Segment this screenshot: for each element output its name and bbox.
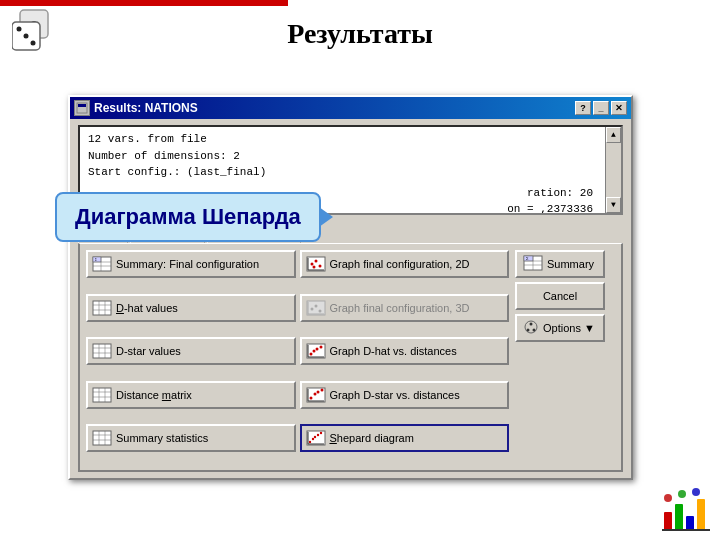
graph-d-star-button[interactable]: Graph D-star vs. distances: [300, 381, 510, 409]
svg-point-65: [316, 434, 318, 436]
svg-rect-56: [93, 431, 111, 445]
graph-final-3d-label: Graph final configuration, 3D: [330, 302, 470, 314]
graph-d-hat-label: Graph D-hat vs. distances: [330, 345, 457, 357]
options-label: Options ▼: [543, 322, 595, 334]
svg-rect-7: [78, 104, 86, 107]
svg-point-28: [314, 304, 317, 307]
svg-point-86: [692, 488, 700, 496]
distance-matrix-label: Distance matrix: [116, 389, 192, 401]
summary-statistics-button[interactable]: Summary statistics: [86, 424, 296, 452]
svg-rect-80: [675, 504, 683, 530]
svg-point-52: [316, 390, 319, 393]
output-line-2: Number of dimensions: 2: [88, 148, 613, 165]
svg-rect-26: [307, 301, 325, 315]
svg-point-18: [312, 266, 315, 269]
graph-2d-icon: [306, 256, 326, 272]
scroll-up[interactable]: ▲: [606, 127, 621, 143]
svg-point-53: [320, 388, 323, 391]
graph-dstar-icon: [306, 387, 326, 403]
graph-d-star-label: Graph D-star vs. distances: [330, 389, 460, 401]
svg-point-64: [313, 436, 315, 438]
svg-rect-81: [686, 516, 694, 530]
svg-point-29: [318, 309, 321, 312]
output-line-1: 12 vars. from file: [88, 131, 613, 148]
grid-icon-4: [92, 430, 112, 446]
cancel-button[interactable]: Cancel: [515, 282, 605, 310]
title-bar-left: Results: NATIONS: [74, 100, 198, 116]
dialog-icon: [74, 100, 90, 116]
svg-point-39: [312, 350, 315, 353]
svg-point-84: [664, 494, 672, 502]
svg-point-41: [319, 346, 322, 349]
svg-rect-82: [697, 499, 705, 530]
svg-point-76: [530, 323, 533, 326]
page-title: Результаты: [0, 18, 720, 50]
svg-point-15: [310, 263, 313, 266]
d-hat-values-button[interactable]: D-hat values: [86, 294, 296, 322]
buttons-left: Σ Summary: Final configuration: [86, 250, 509, 464]
graph-dhat-icon: [306, 343, 326, 359]
callout-tooltip: Диаграмма Шепарда: [55, 192, 321, 242]
svg-point-78: [533, 329, 536, 332]
distance-matrix-button[interactable]: Distance matrix: [86, 381, 296, 409]
summary-statistics-label: Summary statistics: [116, 432, 208, 444]
sum-grid-icon: Σ: [92, 256, 112, 272]
d-hat-values-label: D-hat values: [116, 302, 178, 314]
title-bar-buttons: ? _ ✕: [575, 101, 627, 115]
buttons-panel: Σ Summary: Final configuration: [78, 243, 623, 472]
svg-rect-14: [307, 257, 325, 271]
svg-point-66: [319, 432, 321, 434]
top-bar: [0, 0, 720, 6]
svg-rect-37: [307, 344, 325, 358]
summary-button[interactable]: Σ Summary: [515, 250, 605, 278]
help-button[interactable]: ?: [575, 101, 591, 115]
svg-point-27: [310, 307, 313, 310]
buttons-right: Σ Summary Cancel: [515, 250, 615, 464]
grid-icon-1: [92, 300, 112, 316]
cancel-label: Cancel: [543, 290, 577, 302]
graph-final-2d-button[interactable]: Graph final configuration, 2D: [300, 250, 510, 278]
d-star-values-label: D-star values: [116, 345, 181, 357]
bottom-right-icon: [660, 484, 708, 532]
output-line-3: Start config.: (last_final): [88, 164, 613, 181]
svg-point-77: [527, 329, 530, 332]
svg-rect-44: [93, 388, 111, 402]
svg-rect-21: [93, 301, 111, 315]
summary-final-config-label: Summary: Final configuration: [116, 258, 259, 270]
svg-point-38: [309, 353, 312, 356]
summary-icon: Σ: [523, 255, 543, 273]
svg-point-51: [313, 392, 316, 395]
svg-rect-32: [93, 344, 111, 358]
svg-point-50: [309, 396, 312, 399]
summary-final-config-button[interactable]: Σ Summary: Final configuration: [86, 250, 296, 278]
graph-d-hat-button[interactable]: Graph D-hat vs. distances: [300, 337, 510, 365]
svg-point-40: [315, 348, 318, 351]
svg-rect-79: [664, 512, 672, 530]
dialog-title: Results: NATIONS: [94, 101, 198, 115]
shepard-diagram-button[interactable]: Shepard diagram: [300, 424, 510, 452]
grid-icon-2: [92, 343, 112, 359]
svg-point-16: [314, 260, 317, 263]
dialog-content: 12 vars. from file Number of dimensions:…: [70, 119, 631, 478]
d-star-values-button[interactable]: D-star values: [86, 337, 296, 365]
close-button[interactable]: ✕: [611, 101, 627, 115]
graph-final-2d-label: Graph final configuration, 2D: [330, 258, 470, 270]
scroll-down[interactable]: ▼: [606, 197, 621, 213]
graph-final-3d-button[interactable]: Graph final configuration, 3D: [300, 294, 510, 322]
results-dialog: Results: NATIONS ? _ ✕ 12 vars. from fil…: [68, 95, 633, 480]
graph-3d-icon: [306, 300, 326, 316]
graph-shepard-icon: [306, 430, 326, 446]
svg-point-85: [678, 490, 686, 498]
minimize-button[interactable]: _: [593, 101, 609, 115]
options-icon: [523, 319, 539, 337]
callout-text: Диаграмма Шепарда: [75, 204, 301, 229]
svg-point-63: [311, 438, 313, 440]
title-bar: Results: NATIONS ? _ ✕: [70, 97, 631, 119]
grid-icon-3: [92, 387, 112, 403]
summary-btn-label: Summary: [547, 258, 594, 270]
output-scrollbar[interactable]: ▲ ▼: [605, 127, 621, 213]
svg-text:Σ: Σ: [95, 258, 97, 262]
svg-point-17: [318, 265, 321, 268]
svg-point-62: [308, 441, 310, 443]
options-button[interactable]: Options ▼: [515, 314, 605, 342]
